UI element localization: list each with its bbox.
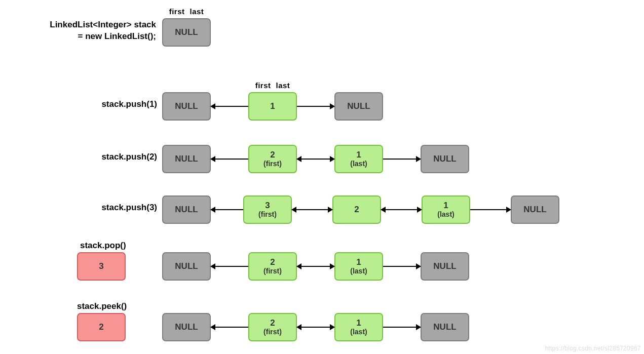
first-label: first bbox=[169, 7, 185, 16]
node-sub: (first) bbox=[258, 210, 277, 218]
null-node: NULL bbox=[162, 195, 211, 224]
null-text: NULL bbox=[175, 262, 198, 271]
null-node: NULL bbox=[421, 145, 469, 173]
arrow-left bbox=[211, 106, 248, 107]
node-value: 2 bbox=[270, 150, 275, 160]
null-node: NULL bbox=[421, 313, 469, 341]
arrow-left bbox=[211, 159, 248, 160]
null-text: NULL bbox=[347, 102, 370, 111]
null-text: NULL bbox=[433, 323, 456, 332]
node-value: 2 bbox=[270, 319, 275, 328]
null-text: NULL bbox=[433, 154, 456, 164]
result-node: 2 bbox=[77, 313, 126, 341]
arrow-right bbox=[383, 266, 421, 267]
null-node: NULL bbox=[421, 252, 469, 281]
arrow-right bbox=[383, 327, 421, 328]
arrow-left bbox=[211, 327, 248, 328]
op-label: stack.push(3) bbox=[76, 203, 157, 213]
node-sub: (last) bbox=[350, 160, 367, 168]
node-1: first last 1 bbox=[248, 92, 297, 121]
null-text: NULL bbox=[175, 154, 198, 164]
result-value: 2 bbox=[99, 323, 103, 332]
watermark: https://blog.csdn.net/sl285720967 bbox=[545, 345, 641, 352]
row-peek-label: stack.peek() bbox=[77, 301, 127, 311]
node-value: 1 bbox=[356, 258, 361, 267]
row-pop-result: 3 bbox=[77, 252, 126, 281]
row-pop-label: stack.pop() bbox=[80, 241, 126, 251]
row-push-2-label: stack.push(2) bbox=[76, 152, 157, 162]
node-sub: (last) bbox=[437, 210, 454, 218]
node-1-last: 1 (last) bbox=[422, 195, 470, 224]
null-node: NULL bbox=[162, 252, 211, 281]
row-declaration: LinkedList<Integer> stack = new LinkedLi… bbox=[9, 19, 156, 43]
last-label: last bbox=[276, 81, 290, 90]
null-text: NULL bbox=[433, 262, 456, 271]
op-label: stack.peek() bbox=[77, 301, 127, 311]
row-push-1-label: stack.push(1) bbox=[76, 99, 157, 109]
null-node: NULL bbox=[334, 92, 383, 121]
node-3-first: 3 (first) bbox=[243, 195, 292, 224]
node-value: 1 bbox=[270, 102, 275, 111]
op-label: stack.push(1) bbox=[76, 99, 157, 109]
node-2-first: 2 (first) bbox=[248, 252, 297, 281]
null-text: NULL bbox=[523, 205, 546, 215]
row-declaration-nodes: first last NULL bbox=[162, 18, 211, 47]
node-value: 2 bbox=[270, 258, 275, 267]
arrow-left bbox=[211, 266, 248, 267]
op-label: stack.push(2) bbox=[76, 152, 157, 162]
node-sub: (first) bbox=[263, 160, 282, 168]
node-2: 2 bbox=[332, 195, 381, 224]
row-push-1-nodes: NULL first last 1 NULL bbox=[162, 92, 383, 121]
first-label: first bbox=[255, 81, 271, 90]
null-text: NULL bbox=[175, 323, 198, 332]
null-node: NULL bbox=[162, 92, 211, 121]
node-1-last: 1 (last) bbox=[334, 145, 383, 173]
arrow-both bbox=[381, 209, 422, 210]
node-value: 2 bbox=[354, 205, 359, 215]
node-value: 1 bbox=[356, 150, 361, 160]
arrow-left bbox=[211, 209, 243, 210]
node-sub: (first) bbox=[263, 267, 282, 275]
arrow-right bbox=[297, 106, 334, 107]
null-node: NULL bbox=[162, 313, 211, 341]
last-label: last bbox=[190, 7, 204, 16]
node-sub: (first) bbox=[263, 328, 282, 336]
null-text: NULL bbox=[175, 102, 198, 111]
row-pop-nodes: NULL 2 (first) 1 (last) NULL bbox=[162, 252, 469, 281]
pointer-labels: first last bbox=[249, 81, 296, 90]
node-1-last: 1 (last) bbox=[334, 313, 383, 341]
node-value: 1 bbox=[356, 319, 361, 328]
node-2-first: 2 (first) bbox=[248, 145, 297, 173]
arrow-right bbox=[383, 159, 421, 160]
null-text: NULL bbox=[175, 28, 198, 37]
null-node: first last NULL bbox=[162, 18, 211, 47]
result-value: 3 bbox=[99, 262, 103, 271]
node-value: 1 bbox=[443, 201, 448, 211]
pointer-labels: first last bbox=[163, 7, 210, 16]
arrow-right bbox=[470, 209, 511, 210]
row-push-2-nodes: NULL 2 (first) 1 (last) NULL bbox=[162, 145, 469, 173]
arrow-both bbox=[297, 159, 334, 160]
node-sub: (last) bbox=[350, 267, 367, 275]
row-peek-result: 2 bbox=[77, 313, 126, 341]
result-node: 3 bbox=[77, 252, 126, 281]
arrow-both bbox=[292, 209, 332, 210]
row-push-3-label: stack.push(3) bbox=[76, 203, 157, 213]
node-2-first: 2 (first) bbox=[248, 313, 297, 341]
arrow-both bbox=[297, 327, 334, 328]
null-node: NULL bbox=[511, 195, 559, 224]
row-peek-nodes: NULL 2 (first) 1 (last) NULL bbox=[162, 313, 469, 341]
row-push-3-nodes: NULL 3 (first) 2 1 (last) NULL bbox=[162, 195, 559, 224]
arrow-both bbox=[297, 266, 334, 267]
op-label: stack.pop() bbox=[80, 241, 126, 251]
node-value: 3 bbox=[265, 201, 270, 211]
node-1-last: 1 (last) bbox=[334, 252, 383, 281]
node-sub: (last) bbox=[350, 328, 367, 336]
null-node: NULL bbox=[162, 145, 211, 173]
null-text: NULL bbox=[175, 205, 198, 215]
declaration-text: LinkedList<Integer> stack = new LinkedLi… bbox=[9, 19, 156, 43]
